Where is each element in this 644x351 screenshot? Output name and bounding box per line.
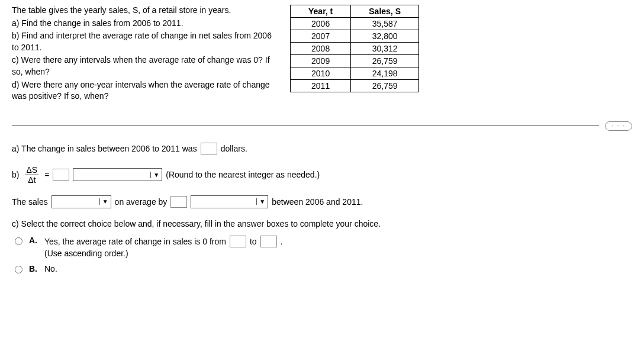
chevron-down-icon: ▼ bbox=[256, 198, 268, 205]
option-a-pre: Yes, the average rate of change in sales… bbox=[44, 237, 226, 246]
interp-unit-select[interactable]: ▼ bbox=[191, 195, 268, 208]
table-row: 201126,759 bbox=[291, 80, 419, 92]
answer-b-label: b) bbox=[12, 170, 19, 179]
table-row: 200732,800 bbox=[291, 30, 419, 43]
interp-pre: The sales bbox=[12, 197, 48, 207]
option-a-to-input[interactable] bbox=[260, 236, 277, 247]
answer-a-input[interactable] bbox=[201, 143, 217, 154]
option-a-post: . bbox=[281, 237, 283, 246]
equals-sign: = bbox=[44, 170, 49, 179]
option-a-letter: A. bbox=[29, 236, 40, 245]
answer-b-value-input[interactable] bbox=[53, 169, 69, 181]
part-a: a) Find the change in sales from 2006 to… bbox=[12, 18, 272, 30]
col-sales-header: Sales, S bbox=[351, 5, 419, 18]
rate-fraction: ΔS Δt bbox=[25, 165, 38, 185]
answer-b-unit-select[interactable]: ▼ bbox=[73, 168, 162, 181]
option-b-radio[interactable] bbox=[15, 266, 22, 273]
option-a-radio[interactable] bbox=[15, 237, 22, 245]
table-row: 200635,587 bbox=[291, 18, 419, 30]
option-a-mid: to bbox=[250, 237, 257, 246]
option-b-text: No. bbox=[44, 264, 57, 273]
answer-a-label: a) The change in sales between 2006 to 2… bbox=[12, 144, 197, 153]
sales-table: Year, t Sales, S 200635,587 200732,800 2… bbox=[290, 5, 419, 92]
part-d: d) Were there any one-year intervals whe… bbox=[12, 79, 272, 102]
more-pill[interactable]: · · · bbox=[605, 121, 632, 131]
section-divider bbox=[12, 125, 599, 126]
part-c: c) Were there any intervals when the ave… bbox=[12, 54, 272, 78]
option-a-note: (Use ascending order.) bbox=[44, 249, 632, 258]
interp-mid: on average by bbox=[115, 197, 168, 207]
interp-direction-select[interactable]: ▼ bbox=[51, 195, 111, 208]
round-note: (Round to the nearest integer as needed.… bbox=[166, 170, 320, 179]
option-a-from-input[interactable] bbox=[230, 236, 246, 247]
part-c-prompt: c) Select the correct choice below and, … bbox=[12, 219, 632, 228]
chevron-down-icon: ▼ bbox=[150, 172, 162, 178]
interp-value-input[interactable] bbox=[170, 196, 187, 208]
chevron-down-icon: ▼ bbox=[99, 198, 111, 205]
table-row: 200830,312 bbox=[291, 43, 419, 55]
part-b: b) Find and interpret the average rate o… bbox=[12, 30, 272, 53]
col-year-header: Year, t bbox=[291, 5, 351, 18]
table-row: 201024,198 bbox=[291, 67, 419, 80]
answer-a-post: dollars. bbox=[221, 144, 247, 153]
table-row: 200926,759 bbox=[291, 55, 419, 67]
problem-statement: The table gives the yearly sales, S, of … bbox=[12, 5, 272, 104]
interp-post: between 2006 and 2011. bbox=[272, 197, 363, 207]
intro-text: The table gives the yearly sales, S, of … bbox=[12, 5, 272, 17]
option-b-letter: B. bbox=[29, 264, 40, 273]
